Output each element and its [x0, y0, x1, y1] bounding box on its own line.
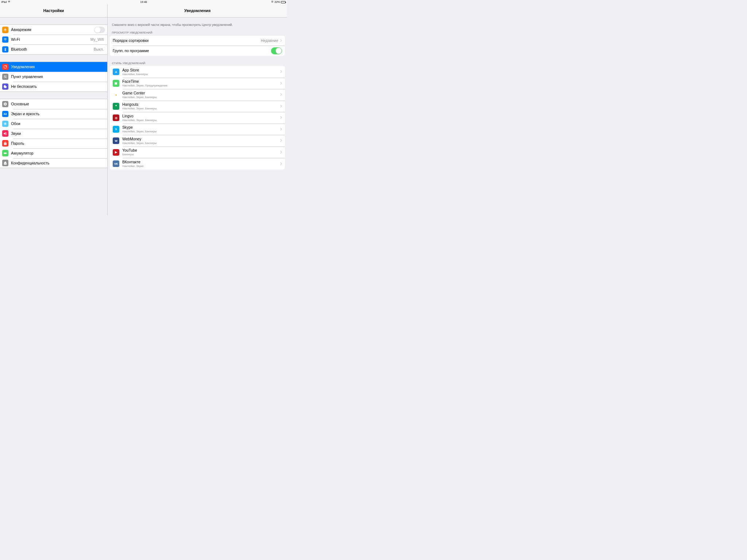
app-icon: ◎ — [113, 114, 119, 121]
sidebar-item-control-center[interactable]: Пункт управления — [0, 72, 107, 82]
dnd-icon — [2, 83, 9, 90]
app-name: Game Center — [122, 91, 280, 95]
svg-point-4 — [5, 75, 7, 77]
app-icon: A — [113, 69, 119, 75]
sidebar: Настройки АвиарежимWi-FiMy_WifiBluetooth… — [0, 4, 108, 215]
app-icon: ▶ — [113, 149, 119, 156]
alarm-icon — [271, 0, 274, 4]
battery-icon — [2, 150, 9, 156]
sidebar-item-wallpaper[interactable]: Обои — [0, 119, 107, 129]
app-row[interactable]: ▶YouTubeБаннеры — [110, 147, 285, 158]
sidebar-item-label: Обои — [11, 122, 105, 126]
app-icon: ❝ — [113, 103, 119, 109]
airplane-icon — [2, 27, 9, 33]
sidebar-item-battery[interactable]: Аккумулятор — [0, 148, 107, 158]
app-name: YouTube — [122, 148, 280, 152]
app-subtitle: Наклейки, Звуки, Баннеры — [122, 96, 280, 99]
wallpaper-icon — [2, 121, 9, 127]
sidebar-item-display[interactable]: AAЭкран и яркость — [0, 109, 107, 119]
chevron-right-icon — [280, 93, 282, 96]
sidebar-item-airplane[interactable]: Авиарежим — [0, 25, 107, 35]
sidebar-item-sounds[interactable]: Звуки — [0, 129, 107, 139]
section-header-style: СТИЛЬ УВЕДОМЛЕНИЙ — [108, 60, 287, 66]
sort-order-value: Недавние — [261, 39, 278, 43]
svg-rect-12 — [4, 152, 7, 154]
row-sort-order[interactable]: Порядок сортировки Недавние — [110, 36, 285, 46]
sidebar-item-label: Авиарежим — [11, 28, 94, 32]
app-name: Lingvo — [122, 114, 280, 118]
sidebar-item-label: Bluetooth — [11, 47, 93, 51]
group-by-app-toggle[interactable] — [271, 47, 282, 54]
chevron-right-icon — [280, 105, 282, 108]
app-name: Hangouts — [122, 102, 280, 106]
sidebar-item-label: Экран и яркость — [11, 112, 105, 116]
app-subtitle: Наклейки, Звуки — [122, 164, 280, 168]
sidebar-item-label: Основные — [11, 102, 105, 106]
app-row[interactable]: VKВКонтактеНаклейки, Звуки — [110, 158, 285, 170]
battery-icon — [281, 1, 286, 3]
chevron-right-icon — [280, 151, 282, 154]
app-row[interactable]: ❝HangoutsНаклейки, Звуки, Баннеры — [110, 101, 285, 112]
sidebar-item-notifications[interactable]: Уведомления — [0, 62, 107, 72]
detail-title: Уведомления — [108, 4, 287, 18]
svg-rect-13 — [7, 153, 7, 153]
chevron-right-icon — [280, 116, 282, 119]
status-time: 19:48 — [140, 0, 147, 4]
sidebar-item-label: Не беспокоить — [11, 85, 105, 89]
svg-text:AA: AA — [4, 113, 7, 115]
app-subtitle: Наклейки, Звуки, Баннеры — [122, 130, 280, 133]
app-icon: S — [113, 126, 119, 132]
chevron-right-icon — [280, 39, 282, 42]
status-bar: iPad 19:48 22% — [0, 0, 287, 4]
sidebar-item-label: Пункт управления — [11, 75, 105, 79]
app-row[interactable]: AApp StoreНаклейки, Баннеры — [110, 66, 285, 78]
app-name: App Store — [122, 68, 280, 72]
sidebar-item-label: Wi-Fi — [11, 38, 90, 42]
app-subtitle: Наклейки, Звуки, Баннеры — [122, 141, 280, 145]
app-icon: VK — [113, 160, 119, 167]
sidebar-item-wifi[interactable]: Wi-FiMy_Wifi — [0, 35, 107, 44]
device-name: iPad — [1, 0, 7, 4]
detail-description: Смахните вниз с верхней части экрана, чт… — [108, 18, 287, 30]
sidebar-item-bluetooth[interactable]: BluetoothВыкл. — [0, 44, 107, 54]
sidebar-item-detail: Выкл. — [94, 47, 104, 51]
chevron-right-icon — [280, 162, 282, 166]
sidebar-item-dnd[interactable]: Не беспокоить — [0, 82, 107, 92]
chevron-right-icon — [280, 128, 282, 131]
app-name: Skype — [122, 125, 280, 129]
bluetooth-icon — [2, 46, 9, 53]
app-subtitle: Баннеры — [122, 153, 280, 156]
app-icon: W — [113, 137, 119, 144]
display-icon: AA — [2, 111, 9, 117]
sidebar-item-passcode[interactable]: Пароль — [0, 139, 107, 148]
wifi-icon — [8, 0, 11, 4]
airplane-toggle[interactable] — [94, 27, 105, 33]
app-icon: ● — [113, 92, 119, 98]
sidebar-item-label: Конфиденциальность — [11, 161, 105, 165]
general-icon — [2, 101, 9, 108]
chevron-right-icon — [280, 139, 282, 142]
app-row[interactable]: ●Game CenterНаклейки, Звуки, Баннеры — [110, 89, 285, 101]
control-center-icon — [2, 74, 9, 80]
row-group-by-app[interactable]: Групп. по программе — [110, 46, 285, 56]
app-name: WebMoney — [122, 137, 280, 141]
app-subtitle: Наклейки, Звуки, Баннеры — [122, 107, 280, 110]
app-subtitle: Наклейки, Звуки, Предупреждения — [122, 84, 280, 87]
app-subtitle: Наклейки, Звуки, Баннеры — [122, 118, 280, 122]
app-row[interactable]: ◎LingvoНаклейки, Звуки, Баннеры — [110, 112, 285, 124]
privacy-icon — [2, 160, 9, 166]
app-row[interactable]: ▣FaceTimeНаклейки, Звуки, Предупреждения — [110, 78, 285, 89]
sidebar-item-label: Уведомления — [11, 65, 105, 69]
sidebar-item-privacy[interactable]: Конфиденциальность — [0, 158, 107, 168]
svg-point-9 — [4, 123, 7, 124]
app-icon: ▣ — [113, 80, 119, 86]
chevron-right-icon — [280, 70, 282, 73]
chevron-right-icon — [280, 82, 282, 85]
sounds-icon — [2, 130, 9, 137]
svg-point-5 — [4, 77, 5, 78]
app-row[interactable]: WWebMoneyНаклейки, Звуки, Баннеры — [110, 135, 285, 147]
sidebar-item-detail: My_Wifi — [90, 38, 104, 42]
sort-order-label: Порядок сортировки — [113, 39, 261, 43]
sidebar-item-general[interactable]: Основные — [0, 99, 107, 109]
app-row[interactable]: SSkypeНаклейки, Звуки, Баннеры — [110, 124, 285, 135]
